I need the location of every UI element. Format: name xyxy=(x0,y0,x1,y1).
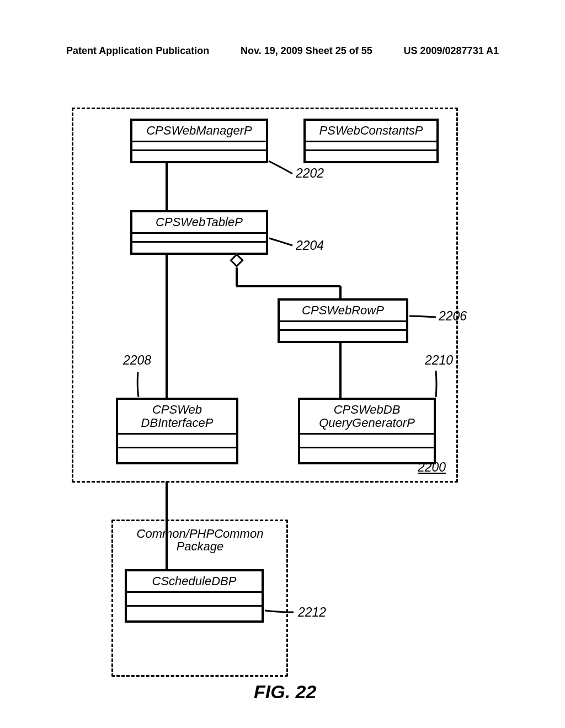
ref-2208: 2208 xyxy=(123,353,151,368)
ref-2200: 2200 xyxy=(418,460,446,475)
header-left: Patent Application Publication xyxy=(66,45,209,57)
class-cpswebrowp: CPSWebRowP xyxy=(278,298,408,343)
class-cpswebdb-querygeneratorp: CPSWebDB QueryGeneratorP xyxy=(298,398,436,464)
header-right: US 2009/0287731 A1 xyxy=(404,45,499,57)
ref-2212: 2212 xyxy=(298,605,326,620)
ref-2206: 2206 xyxy=(439,309,467,324)
header-mid: Nov. 19, 2009 Sheet 25 of 55 xyxy=(241,45,372,57)
class-name: PSWebConstantsP xyxy=(306,121,436,142)
phpcommon-package-label: Common/PHPCommon Package xyxy=(124,527,276,553)
page-header: Patent Application Publication Nov. 19, … xyxy=(0,45,565,57)
diagram: CPSWebManagerP PSWebConstantsP CPSWebTab… xyxy=(72,99,480,695)
figure-caption: FIG. 22 xyxy=(254,681,316,703)
class-cpswebtablep: CPSWebTableP xyxy=(130,210,268,255)
class-name: CPSWebRowP xyxy=(280,301,406,322)
class-name: CPSWebDB QueryGeneratorP xyxy=(300,400,434,435)
class-name: CPSWebTableP xyxy=(132,212,266,234)
ref-2202: 2202 xyxy=(296,166,324,181)
class-cpsweb-dbinterfacep: CPSWeb DBInterfaceP xyxy=(116,398,238,464)
class-pswebconstantsp: PSWebConstantsP xyxy=(303,119,439,163)
class-name: CPSWeb DBInterfaceP xyxy=(118,400,236,435)
class-name: CPSWebManagerP xyxy=(132,121,266,142)
class-cpswebmanagerp: CPSWebManagerP xyxy=(130,119,268,163)
ref-2204: 2204 xyxy=(296,238,324,253)
ref-2210: 2210 xyxy=(425,353,453,368)
